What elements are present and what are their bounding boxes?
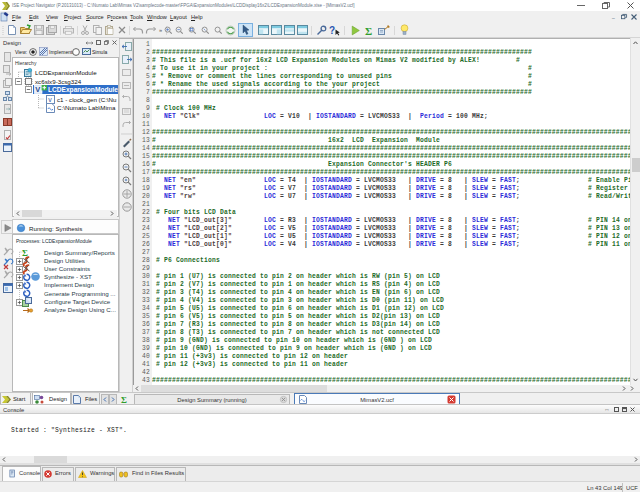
svg-text:v: v bbox=[48, 96, 52, 103]
svg-text:?: ? bbox=[329, 25, 335, 36]
svg-text:Σ: Σ bbox=[365, 25, 372, 37]
svg-text:V: V bbox=[35, 85, 40, 94]
